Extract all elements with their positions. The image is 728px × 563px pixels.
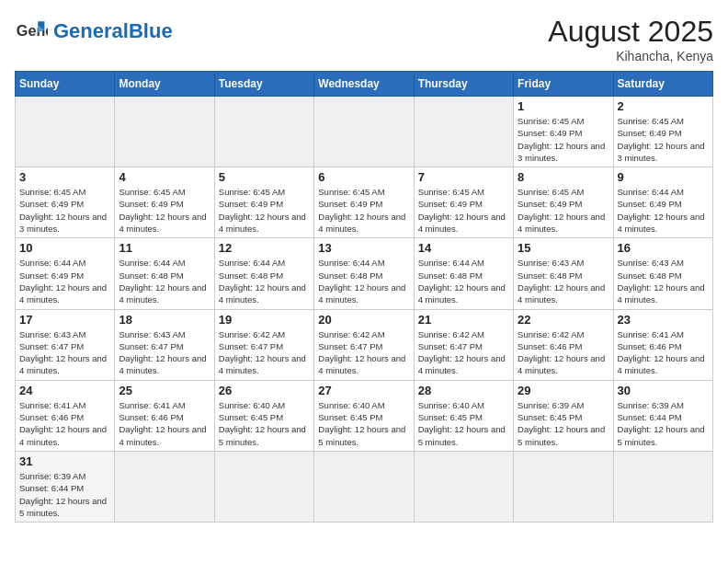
day-number: 16 bbox=[618, 241, 709, 255]
calendar-cell bbox=[115, 97, 214, 167]
logo-icon: General bbox=[15, 15, 48, 48]
calendar-cell: 8Sunrise: 6:45 AM Sunset: 6:49 PM Daylig… bbox=[514, 167, 613, 238]
calendar-cell: 25Sunrise: 6:41 AM Sunset: 6:46 PM Dayli… bbox=[115, 380, 214, 451]
calendar-cell: 10Sunrise: 6:44 AM Sunset: 6:49 PM Dayli… bbox=[16, 238, 115, 309]
day-number: 12 bbox=[219, 241, 310, 255]
day-info: Sunrise: 6:45 AM Sunset: 6:49 PM Dayligh… bbox=[618, 115, 709, 164]
day-info: Sunrise: 6:45 AM Sunset: 6:49 PM Dayligh… bbox=[518, 115, 609, 164]
day-info: Sunrise: 6:44 AM Sunset: 6:48 PM Dayligh… bbox=[219, 257, 310, 305]
calendar-cell: 24Sunrise: 6:41 AM Sunset: 6:46 PM Dayli… bbox=[16, 380, 115, 451]
calendar-cell: 11Sunrise: 6:44 AM Sunset: 6:48 PM Dayli… bbox=[115, 238, 214, 309]
day-info: Sunrise: 6:43 AM Sunset: 6:47 PM Dayligh… bbox=[19, 328, 110, 377]
day-header-sunday: Sunday bbox=[16, 72, 115, 97]
day-info: Sunrise: 6:39 AM Sunset: 6:44 PM Dayligh… bbox=[19, 470, 110, 519]
day-number: 9 bbox=[618, 170, 709, 184]
calendar-cell: 27Sunrise: 6:40 AM Sunset: 6:45 PM Dayli… bbox=[314, 380, 414, 451]
day-number: 17 bbox=[19, 313, 110, 327]
day-number: 3 bbox=[19, 170, 110, 184]
day-info: Sunrise: 6:42 AM Sunset: 6:46 PM Dayligh… bbox=[518, 328, 609, 377]
day-info: Sunrise: 6:43 AM Sunset: 6:48 PM Dayligh… bbox=[618, 257, 709, 305]
location-subtitle: Kihancha, Kenya bbox=[548, 49, 713, 63]
calendar-cell: 23Sunrise: 6:41 AM Sunset: 6:46 PM Dayli… bbox=[613, 309, 712, 380]
day-number: 20 bbox=[318, 313, 409, 327]
day-info: Sunrise: 6:44 AM Sunset: 6:49 PM Dayligh… bbox=[618, 186, 709, 235]
day-info: Sunrise: 6:40 AM Sunset: 6:45 PM Dayligh… bbox=[219, 399, 310, 448]
day-number: 1 bbox=[518, 99, 609, 113]
calendar-cell: 29Sunrise: 6:39 AM Sunset: 6:45 PM Dayli… bbox=[514, 380, 613, 451]
day-header-friday: Friday bbox=[514, 72, 613, 97]
calendar-cell bbox=[115, 451, 214, 522]
calendar-cell: 31Sunrise: 6:39 AM Sunset: 6:44 PM Dayli… bbox=[16, 451, 115, 522]
calendar-cell: 21Sunrise: 6:42 AM Sunset: 6:47 PM Dayli… bbox=[414, 309, 513, 380]
calendar-cell: 18Sunrise: 6:43 AM Sunset: 6:47 PM Dayli… bbox=[115, 309, 214, 380]
calendar-cell: 5Sunrise: 6:45 AM Sunset: 6:49 PM Daylig… bbox=[214, 167, 313, 238]
calendar-cell bbox=[16, 97, 115, 167]
logo: General GeneralBlue bbox=[15, 15, 173, 48]
day-header-tuesday: Tuesday bbox=[214, 72, 313, 97]
calendar-cell: 22Sunrise: 6:42 AM Sunset: 6:46 PM Dayli… bbox=[514, 309, 613, 380]
day-number: 26 bbox=[219, 384, 310, 397]
day-info: Sunrise: 6:44 AM Sunset: 6:48 PM Dayligh… bbox=[318, 257, 409, 305]
calendar-cell: 6Sunrise: 6:45 AM Sunset: 6:49 PM Daylig… bbox=[314, 167, 414, 238]
day-number: 25 bbox=[119, 384, 210, 397]
day-info: Sunrise: 6:43 AM Sunset: 6:47 PM Dayligh… bbox=[119, 328, 210, 377]
calendar-cell: 19Sunrise: 6:42 AM Sunset: 6:47 PM Dayli… bbox=[214, 309, 313, 380]
day-number: 19 bbox=[219, 313, 310, 327]
day-number: 15 bbox=[518, 241, 609, 255]
day-info: Sunrise: 6:45 AM Sunset: 6:49 PM Dayligh… bbox=[119, 186, 210, 235]
calendar-week-2: 3Sunrise: 6:45 AM Sunset: 6:49 PM Daylig… bbox=[16, 167, 713, 238]
day-number: 29 bbox=[518, 384, 609, 397]
calendar-cell: 2Sunrise: 6:45 AM Sunset: 6:49 PM Daylig… bbox=[613, 97, 712, 167]
calendar-cell: 15Sunrise: 6:43 AM Sunset: 6:48 PM Dayli… bbox=[514, 238, 613, 309]
calendar-cell: 30Sunrise: 6:39 AM Sunset: 6:44 PM Dayli… bbox=[613, 380, 712, 451]
calendar-cell: 28Sunrise: 6:40 AM Sunset: 6:45 PM Dayli… bbox=[414, 380, 513, 451]
day-number: 13 bbox=[318, 241, 409, 255]
calendar-cell bbox=[414, 451, 513, 522]
day-info: Sunrise: 6:42 AM Sunset: 6:47 PM Dayligh… bbox=[318, 328, 409, 377]
day-header-wednesday: Wednesday bbox=[314, 72, 414, 97]
day-number: 5 bbox=[219, 170, 310, 184]
calendar-cell bbox=[613, 451, 712, 522]
calendar-cell: 26Sunrise: 6:40 AM Sunset: 6:45 PM Dayli… bbox=[214, 380, 313, 451]
day-info: Sunrise: 6:42 AM Sunset: 6:47 PM Dayligh… bbox=[219, 328, 310, 377]
day-info: Sunrise: 6:40 AM Sunset: 6:45 PM Dayligh… bbox=[318, 399, 409, 448]
day-number: 14 bbox=[418, 241, 509, 255]
day-number: 10 bbox=[19, 241, 110, 255]
day-info: Sunrise: 6:45 AM Sunset: 6:49 PM Dayligh… bbox=[19, 186, 110, 235]
day-number: 24 bbox=[19, 384, 110, 397]
day-info: Sunrise: 6:45 AM Sunset: 6:49 PM Dayligh… bbox=[518, 186, 609, 235]
day-number: 23 bbox=[618, 313, 709, 327]
logo-text: GeneralBlue bbox=[53, 21, 173, 41]
calendar-week-1: 1Sunrise: 6:45 AM Sunset: 6:49 PM Daylig… bbox=[16, 97, 713, 167]
day-info: Sunrise: 6:44 AM Sunset: 6:48 PM Dayligh… bbox=[119, 257, 210, 305]
day-info: Sunrise: 6:40 AM Sunset: 6:45 PM Dayligh… bbox=[418, 399, 509, 448]
day-header-monday: Monday bbox=[115, 72, 214, 97]
calendar-cell: 16Sunrise: 6:43 AM Sunset: 6:48 PM Dayli… bbox=[613, 238, 712, 309]
calendar-cell: 3Sunrise: 6:45 AM Sunset: 6:49 PM Daylig… bbox=[16, 167, 115, 238]
day-number: 18 bbox=[119, 313, 210, 327]
day-info: Sunrise: 6:45 AM Sunset: 6:49 PM Dayligh… bbox=[418, 186, 509, 235]
day-header-saturday: Saturday bbox=[613, 72, 712, 97]
calendar-header-row: SundayMondayTuesdayWednesdayThursdayFrid… bbox=[16, 72, 713, 97]
day-number: 21 bbox=[418, 313, 509, 327]
calendar-cell: 20Sunrise: 6:42 AM Sunset: 6:47 PM Dayli… bbox=[314, 309, 414, 380]
calendar-week-5: 24Sunrise: 6:41 AM Sunset: 6:46 PM Dayli… bbox=[16, 380, 713, 451]
title-block: August 2025 Kihancha, Kenya bbox=[548, 15, 713, 63]
day-info: Sunrise: 6:44 AM Sunset: 6:48 PM Dayligh… bbox=[418, 257, 509, 305]
day-header-thursday: Thursday bbox=[414, 72, 513, 97]
day-number: 28 bbox=[418, 384, 509, 397]
day-number: 22 bbox=[518, 313, 609, 327]
day-number: 27 bbox=[318, 384, 409, 397]
calendar-cell: 14Sunrise: 6:44 AM Sunset: 6:48 PM Dayli… bbox=[414, 238, 513, 309]
day-info: Sunrise: 6:43 AM Sunset: 6:48 PM Dayligh… bbox=[518, 257, 609, 305]
day-number: 31 bbox=[19, 454, 110, 468]
day-info: Sunrise: 6:42 AM Sunset: 6:47 PM Dayligh… bbox=[418, 328, 509, 377]
calendar-cell: 9Sunrise: 6:44 AM Sunset: 6:49 PM Daylig… bbox=[613, 167, 712, 238]
calendar-cell: 4Sunrise: 6:45 AM Sunset: 6:49 PM Daylig… bbox=[115, 167, 214, 238]
calendar-cell bbox=[314, 451, 414, 522]
calendar-cell bbox=[314, 97, 414, 167]
calendar-cell bbox=[214, 97, 313, 167]
month-title: August 2025 bbox=[548, 15, 713, 49]
day-number: 8 bbox=[518, 170, 609, 184]
calendar-cell bbox=[414, 97, 513, 167]
